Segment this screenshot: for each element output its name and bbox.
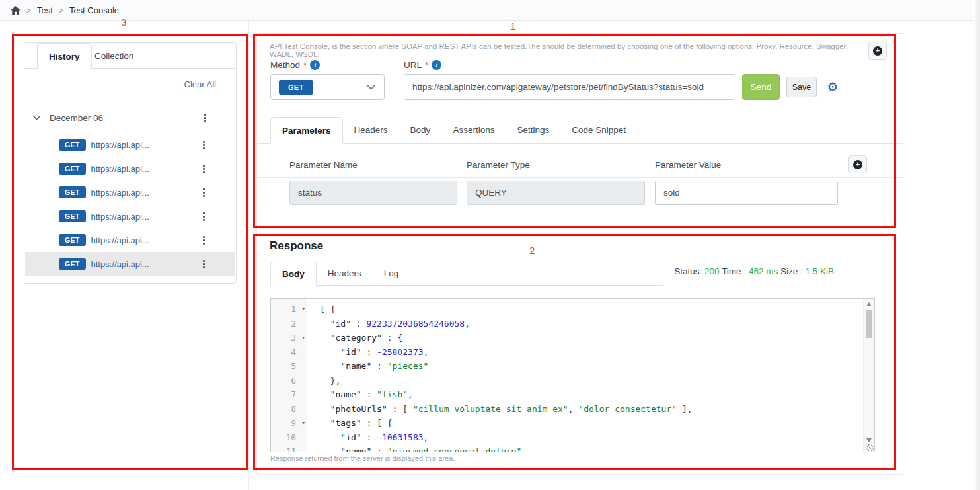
time-label: Time : bbox=[722, 266, 746, 276]
method-badge: GET bbox=[59, 186, 86, 198]
required-asterisk: * bbox=[425, 60, 428, 70]
parameter-type-input bbox=[467, 181, 645, 205]
page-scrollbar[interactable] bbox=[973, 0, 980, 490]
editor-scrollbar[interactable] bbox=[863, 299, 874, 452]
plus-circle-icon: + bbox=[873, 46, 882, 56]
kebab-menu-icon[interactable] bbox=[202, 187, 206, 198]
tab-body[interactable]: Body bbox=[399, 117, 442, 143]
info-icon[interactable]: i bbox=[310, 60, 320, 70]
history-url: https://api.api... bbox=[91, 188, 149, 198]
console-description: API Test Console, is the section where S… bbox=[270, 42, 851, 58]
fold-arrow-icon[interactable]: ▾ bbox=[302, 331, 305, 345]
kebab-menu-icon[interactable] bbox=[202, 259, 206, 270]
status-label: Status: bbox=[674, 266, 702, 276]
column-parameter-name: Parameter Name bbox=[289, 160, 358, 170]
tab-headers[interactable]: Headers bbox=[343, 117, 399, 143]
history-url: https://api.api... bbox=[91, 235, 149, 245]
code-line: "name" : "fish", bbox=[320, 388, 863, 402]
kebab-menu-icon[interactable] bbox=[202, 211, 206, 222]
resize-grip-icon[interactable] bbox=[867, 444, 874, 451]
history-url: https://api.api... bbox=[91, 164, 149, 174]
time-value: 462 ms bbox=[749, 266, 778, 276]
parameter-value-input[interactable] bbox=[655, 181, 838, 205]
clear-all-link[interactable]: Clear All bbox=[184, 79, 216, 89]
size-value: 1.5 KiB bbox=[805, 266, 834, 276]
column-parameter-value: Parameter Value bbox=[655, 160, 721, 170]
response-status-line: Status: 200 Time : 462 ms Size : 1.5 KiB bbox=[674, 266, 834, 276]
gear-icon[interactable]: ⚙ bbox=[824, 75, 841, 99]
history-item[interactable]: GEThttps://api.api... bbox=[25, 204, 235, 228]
code-line: "name" : "eiusmod consequat dolore" bbox=[320, 444, 863, 452]
code-line: [ { bbox=[320, 302, 863, 317]
history-group-row[interactable]: December 06 bbox=[32, 108, 229, 127]
history-item[interactable]: GEThttps://api.api... bbox=[25, 133, 235, 157]
response-caption: Response returned from the server is dis… bbox=[270, 454, 455, 462]
line-number[interactable]: 1▾ bbox=[271, 302, 307, 317]
method-badge: GET bbox=[59, 139, 86, 151]
kebab-menu-icon[interactable] bbox=[202, 163, 206, 175]
line-number: 2 bbox=[271, 317, 307, 331]
history-list: GEThttps://api.api...GEThttps://api.api.… bbox=[25, 133, 235, 276]
save-button[interactable]: Save bbox=[786, 77, 817, 97]
response-tabbar: BodyHeadersLog bbox=[270, 263, 663, 286]
history-item[interactable]: GEThttps://api.api... bbox=[25, 228, 235, 252]
tab-collection[interactable]: Collection bbox=[88, 43, 140, 69]
response-tab-log[interactable]: Log bbox=[373, 263, 410, 285]
chevron-down-icon bbox=[366, 84, 376, 90]
response-body-editor[interactable]: 1▾23▾456789▾1011 [ { "id" : 922337203685… bbox=[270, 298, 875, 452]
response-tab-headers[interactable]: Headers bbox=[317, 263, 373, 285]
plus-circle-icon: + bbox=[853, 160, 862, 169]
history-item[interactable]: GEThttps://api.api... bbox=[25, 157, 235, 181]
tab-code-snippet[interactable]: Code Snippet bbox=[560, 117, 637, 143]
code-line: "photoUrls" : [ "cillum voluptate sit an… bbox=[320, 402, 863, 417]
breadcrumb-item-test[interactable]: Test bbox=[37, 5, 53, 15]
history-url: https://api.api... bbox=[91, 140, 149, 150]
code-line: "id" : 9223372036854246058, bbox=[320, 317, 863, 331]
kebab-menu-icon[interactable] bbox=[202, 140, 206, 151]
method-badge: GET bbox=[59, 234, 86, 246]
response-title: Response bbox=[270, 239, 323, 253]
tab-history[interactable]: History bbox=[37, 43, 92, 69]
code-line: "category" : { bbox=[320, 331, 863, 345]
line-number[interactable]: 3▾ bbox=[271, 331, 307, 345]
add-parameter-button[interactable]: + bbox=[848, 155, 867, 173]
url-input[interactable] bbox=[404, 74, 735, 100]
code-line: "id" : -25802373, bbox=[320, 345, 863, 360]
annotation-label-1: 1 bbox=[510, 20, 515, 32]
parameter-name-input bbox=[289, 181, 457, 205]
line-number: 6 bbox=[271, 374, 307, 388]
sidebar-divider bbox=[248, 21, 249, 490]
method-select[interactable]: GET bbox=[270, 74, 385, 100]
line-number[interactable]: 9▾ bbox=[271, 416, 307, 430]
method-badge: GET bbox=[59, 210, 86, 222]
page: > Test > Test Console History Collection… bbox=[0, 0, 980, 490]
status-value: 200 bbox=[704, 266, 720, 276]
url-label: URL* i bbox=[404, 60, 441, 70]
fold-arrow-icon[interactable]: ▾ bbox=[302, 302, 305, 317]
scrollbar-thumb[interactable] bbox=[866, 310, 872, 338]
scroll-up-icon[interactable] bbox=[866, 302, 872, 306]
response-tab-body[interactable]: Body bbox=[270, 263, 317, 286]
line-number: 10 bbox=[271, 430, 307, 445]
kebab-menu-icon[interactable] bbox=[203, 112, 207, 124]
line-number: 11 bbox=[271, 444, 307, 452]
add-request-button[interactable]: + bbox=[868, 42, 887, 60]
breadcrumb-item-test-console: Test Console bbox=[69, 5, 119, 15]
scroll-down-icon[interactable] bbox=[866, 438, 872, 442]
tab-parameters[interactable]: Parameters bbox=[270, 117, 343, 144]
breadcrumb-separator: > bbox=[26, 6, 31, 15]
line-number: 5 bbox=[271, 359, 307, 374]
fold-arrow-icon[interactable]: ▾ bbox=[302, 416, 305, 430]
history-url: https://api.api... bbox=[91, 259, 149, 269]
history-item[interactable]: GEThttps://api.api... bbox=[25, 252, 235, 276]
tab-assertions[interactable]: Assertions bbox=[441, 117, 506, 143]
response-json: [ { "id" : 9223372036854246058, "categor… bbox=[308, 299, 863, 452]
info-icon[interactable]: i bbox=[432, 60, 441, 70]
send-button[interactable]: Send bbox=[742, 74, 780, 100]
code-line: "name" : "pieces" bbox=[320, 359, 863, 374]
method-label: Method* i bbox=[270, 60, 320, 70]
home-icon[interactable] bbox=[11, 6, 20, 15]
tab-settings[interactable]: Settings bbox=[506, 117, 560, 143]
kebab-menu-icon[interactable] bbox=[202, 235, 206, 246]
history-item[interactable]: GEThttps://api.api... bbox=[25, 181, 235, 204]
